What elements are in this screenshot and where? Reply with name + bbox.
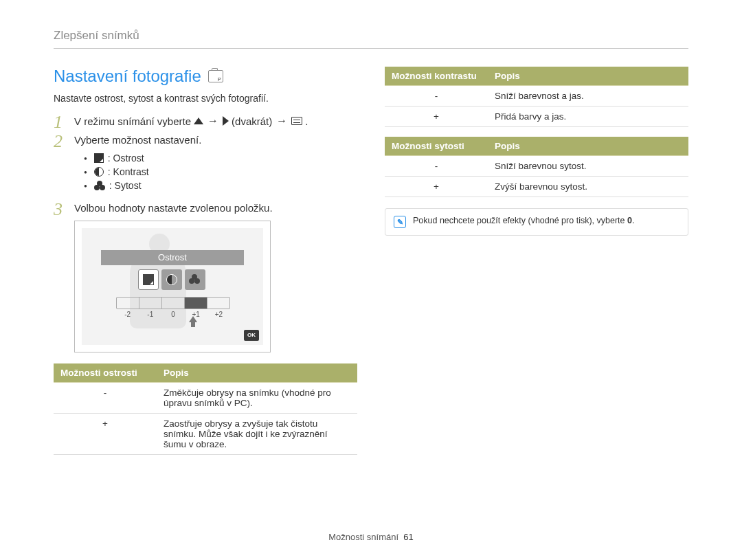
table-row: - Změkčuje obrysy na snímku (vhodné pro …	[54, 383, 357, 414]
footer-page-number: 61	[403, 532, 413, 542]
saturation-icon	[189, 274, 201, 285]
sharpness-icon	[143, 274, 154, 285]
note-text-post: .	[632, 216, 634, 225]
bullet-saturation-label: : Sytost	[109, 180, 142, 191]
row-sign: -	[385, 156, 488, 177]
step1-twice: (dvakrát)	[232, 115, 272, 127]
row-sign: -	[385, 86, 488, 107]
step-3-text: Volbou hodnoty nastavte zvolenou položku…	[74, 202, 357, 214]
row-desc: Sníží barevnou sytost.	[488, 156, 688, 177]
screen-sharpness-tab[interactable]	[138, 269, 159, 290]
camera-screenshot: Ostrost -2 -1	[74, 221, 271, 352]
breadcrumb: Zlepšení snímků	[54, 29, 688, 49]
bullet-sharpness-label: : Ostrost	[108, 153, 144, 164]
saturation-table: Možnosti sytosti Popis - Sníží barevnou …	[385, 137, 688, 197]
footer-section: Možnosti snímání	[328, 532, 398, 542]
bullet-sharpness: : Ostrost	[84, 151, 357, 165]
camera-p-icon	[208, 70, 223, 82]
contrast-icon	[94, 167, 104, 177]
th-desc: Popis	[488, 137, 688, 156]
th-option: Možnosti kontrastu	[385, 67, 488, 86]
scale-label: -1	[139, 311, 161, 318]
triangle-up-icon	[194, 117, 203, 124]
table-row: + Zvýší barevnou sytost.	[385, 177, 688, 197]
th-option: Možnosti sytosti	[385, 137, 488, 156]
scale-label: 0	[161, 311, 184, 318]
bullet-saturation: : Sytost	[84, 179, 357, 192]
contrast-table: Možnosti kontrastu Popis - Sníží barevno…	[385, 67, 688, 127]
screen-saturation-tab[interactable]	[185, 269, 205, 290]
row-sign: -	[54, 383, 157, 414]
row-desc: Změkčuje obrysy na snímku (vhodné pro úp…	[157, 383, 357, 414]
th-option: Možnosti ostrosti	[54, 363, 157, 383]
row-desc: Přidá barvy a jas.	[488, 107, 688, 127]
th-desc: Popis	[157, 363, 357, 383]
right-column: Možnosti kontrastu Popis - Sníží barevno…	[385, 67, 688, 464]
table-row: - Sníží barevnost a jas.	[385, 86, 688, 107]
step1-text-pre: V režimu snímání vyberte	[74, 115, 191, 127]
screen-icon-row	[138, 269, 205, 290]
scale-labels: -2 -1 0 +1 +2	[116, 311, 230, 318]
table-row: - Sníží barevnou sytost.	[385, 156, 688, 177]
options-bullets: : Ostrost : Kontrast : Sytost	[74, 148, 357, 195]
page-title: Nastavení fotografie	[54, 67, 357, 86]
page-title-text: Nastavení fotografie	[54, 67, 201, 86]
scale-label: -2	[116, 311, 139, 318]
info-note: Pokud nechcete použít efekty (vhodné pro…	[385, 208, 688, 236]
camera-screen: Ostrost -2 -1	[82, 228, 263, 345]
menu-icon	[291, 117, 302, 125]
steps-list: V režimu snímání vyberte → (dvakrát) → .…	[54, 115, 357, 352]
row-sign: +	[385, 107, 488, 127]
subtitle: Nastavte ostrost, sytost a kontrast svýc…	[54, 93, 357, 104]
page-footer: Možnosti snímání 61	[0, 532, 742, 542]
slider-marker-stem	[191, 322, 195, 327]
chevron-right-icon	[223, 116, 229, 126]
row-sign: +	[385, 177, 488, 197]
note-text: Pokud nechcete použít efekty (vhodné pro…	[413, 216, 634, 225]
bullet-contrast-label: : Kontrast	[108, 166, 149, 177]
saturation-icon	[94, 181, 105, 190]
arrow-icon-2: →	[275, 115, 289, 127]
step-1-line: V režimu snímání vyberte → (dvakrát) → .	[74, 115, 357, 127]
row-desc: Zvýší barevnou sytost.	[488, 177, 688, 197]
bullet-contrast: : Kontrast	[84, 165, 357, 179]
note-icon	[394, 216, 406, 228]
content-columns: Nastavení fotografie Nastavte ostrost, s…	[54, 67, 688, 464]
th-desc: Popis	[488, 67, 688, 86]
step-2: Vyberte možnost nastavení. : Ostrost : K…	[54, 134, 357, 195]
step-2-text: Vyberte možnost nastavení.	[74, 134, 357, 146]
sharpness-table: Možnosti ostrosti Popis - Změkčuje obrys…	[54, 363, 357, 455]
screen-caption: Ostrost	[101, 250, 244, 265]
table-row: + Zaostřuje obrysy a zvyšuje tak čistotu…	[54, 414, 357, 455]
ok-button[interactable]: OK	[244, 330, 259, 341]
screen-contrast-tab[interactable]	[161, 269, 182, 290]
note-text-pre: Pokud nechcete použít efekty (vhodné pro…	[413, 216, 627, 225]
value-scale[interactable]	[116, 297, 230, 309]
table-row: + Přidá barvy a jas.	[385, 107, 688, 127]
step1-end: .	[305, 115, 308, 127]
arrow-icon: →	[206, 115, 220, 127]
contrast-icon	[166, 274, 177, 285]
step-3: Volbou hodnoty nastavte zvolenou položku…	[54, 202, 357, 352]
left-column: Nastavení fotografie Nastavte ostrost, s…	[54, 67, 357, 464]
row-desc: Zaostřuje obrysy a zvyšuje tak čistotu s…	[157, 414, 357, 455]
page: Zlepšení snímků Nastavení fotografie Nas…	[0, 0, 742, 560]
row-sign: +	[54, 414, 157, 455]
row-desc: Sníží barevnost a jas.	[488, 86, 688, 107]
scale-label: +2	[207, 311, 230, 318]
note-bold: 0	[627, 216, 632, 225]
sharpness-icon	[94, 153, 104, 163]
step-1: V režimu snímání vyberte → (dvakrát) → .	[54, 115, 357, 127]
